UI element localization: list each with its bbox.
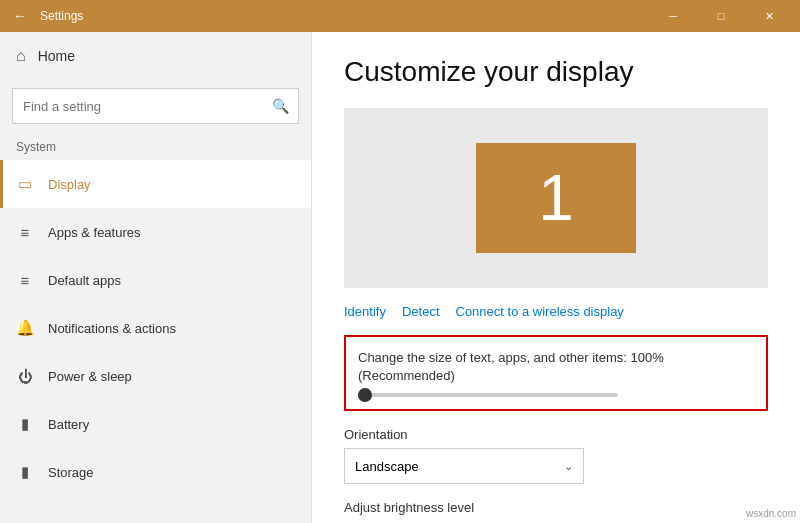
maximize-button[interactable]: □: [698, 0, 744, 32]
storage-icon: ▮: [16, 463, 34, 481]
monitor-box: 1: [476, 143, 636, 253]
app-body: ⌂ Home 🔍 System ▭ Display ≡ Apps & featu…: [0, 32, 800, 523]
back-icon: ←: [13, 8, 27, 24]
sidebar-battery-label: Battery: [48, 417, 89, 432]
search-input[interactable]: [13, 99, 262, 114]
orientation-select[interactable]: Landscape ⌄: [344, 448, 584, 484]
sidebar-item-storage[interactable]: ▮ Storage: [0, 448, 311, 496]
chevron-down-icon: ⌄: [564, 460, 573, 473]
orientation-value: Landscape: [355, 459, 419, 474]
detect-link[interactable]: Detect: [402, 304, 440, 319]
notifications-icon: 🔔: [16, 319, 34, 337]
sidebar-item-battery[interactable]: ▮ Battery: [0, 400, 311, 448]
home-label: Home: [38, 48, 75, 64]
sidebar: ⌂ Home 🔍 System ▭ Display ≡ Apps & featu…: [0, 32, 312, 523]
home-icon: ⌂: [16, 47, 26, 65]
power-icon: ⏻: [16, 368, 34, 385]
titlebar-title: Settings: [40, 9, 650, 23]
sidebar-item-display[interactable]: ▭ Display: [0, 160, 311, 208]
sidebar-display-label: Display: [48, 177, 91, 192]
page-title: Customize your display: [344, 56, 768, 88]
watermark: wsxdn.com: [746, 508, 796, 519]
close-button[interactable]: ✕: [746, 0, 792, 32]
back-button[interactable]: ←: [8, 4, 32, 28]
search-button[interactable]: 🔍: [262, 88, 298, 124]
brightness-label: Adjust brightness level: [344, 500, 768, 515]
scale-slider-track: [358, 393, 618, 397]
search-icon: 🔍: [272, 98, 289, 114]
titlebar: ← Settings ─ □ ✕: [0, 0, 800, 32]
display-preview: 1: [344, 108, 768, 288]
scale-text: Change the size of text, apps, and other…: [358, 349, 754, 385]
sidebar-default-apps-label: Default apps: [48, 273, 121, 288]
system-section-label: System: [0, 136, 311, 160]
apps-icon: ≡: [16, 224, 34, 241]
sidebar-power-label: Power & sleep: [48, 369, 132, 384]
battery-icon: ▮: [16, 415, 34, 433]
scale-section: Change the size of text, apps, and other…: [344, 335, 768, 411]
display-links: Identify Detect Connect to a wireless di…: [344, 304, 768, 319]
sidebar-apps-label: Apps & features: [48, 225, 141, 240]
sidebar-notifications-label: Notifications & actions: [48, 321, 176, 336]
sidebar-item-notifications[interactable]: 🔔 Notifications & actions: [0, 304, 311, 352]
sidebar-item-home[interactable]: ⌂ Home: [0, 32, 311, 80]
scale-slider-thumb[interactable]: [358, 388, 372, 402]
main-content: Customize your display 1 Identify Detect…: [312, 32, 800, 523]
sidebar-item-default-apps[interactable]: ≡ Default apps: [0, 256, 311, 304]
identify-link[interactable]: Identify: [344, 304, 386, 319]
minimize-button[interactable]: ─: [650, 0, 696, 32]
search-box: 🔍: [12, 88, 299, 124]
default-apps-icon: ≡: [16, 272, 34, 289]
display-icon: ▭: [16, 175, 34, 193]
slider-container: [358, 393, 754, 397]
sidebar-item-power[interactable]: ⏻ Power & sleep: [0, 352, 311, 400]
titlebar-controls: ─ □ ✕: [650, 0, 792, 32]
monitor-number: 1: [538, 161, 574, 235]
sidebar-storage-label: Storage: [48, 465, 94, 480]
sidebar-item-apps[interactable]: ≡ Apps & features: [0, 208, 311, 256]
orientation-label: Orientation: [344, 427, 768, 442]
wireless-link[interactable]: Connect to a wireless display: [456, 304, 624, 319]
